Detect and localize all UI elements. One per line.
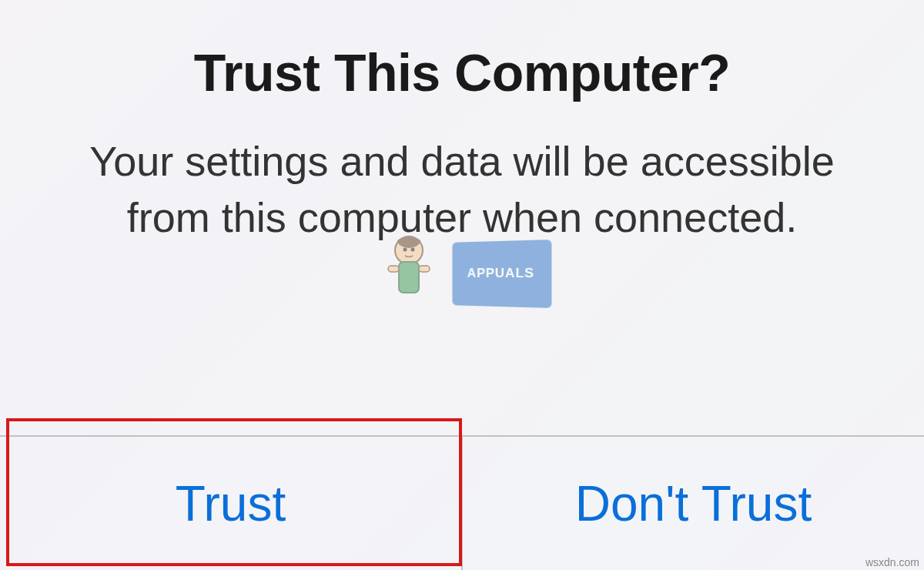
trust-button[interactable]: Trust	[0, 437, 463, 570]
dialog-message: Your settings and data will be accessibl…	[77, 133, 847, 246]
source-label: wsxdn.com	[865, 556, 919, 568]
dont-trust-button[interactable]: Don't Trust	[463, 437, 924, 570]
dialog-button-row: Trust Don't Trust	[0, 435, 924, 570]
dialog-title: Trust This Computer?	[194, 42, 730, 102]
trust-computer-dialog: Trust This Computer? Your settings and d…	[0, 0, 924, 570]
dialog-content: Trust This Computer? Your settings and d…	[0, 0, 924, 435]
